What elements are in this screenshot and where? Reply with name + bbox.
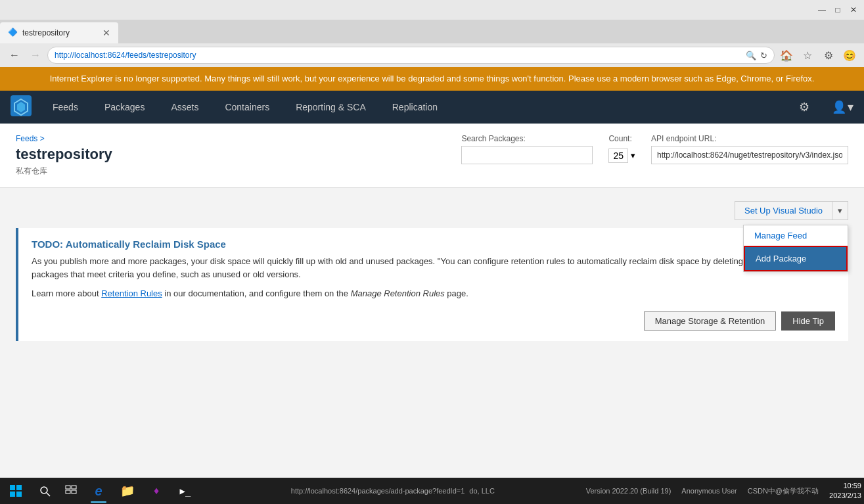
settings-icon[interactable]: ⚙ bbox=[819, 46, 838, 64]
manage-feed-item[interactable]: Manage Feed bbox=[744, 225, 848, 246]
svg-rect-5 bbox=[10, 492, 15, 497]
tip-italic-text: Manage Retention Rules bbox=[351, 288, 445, 298]
taskbar-terminal-app[interactable]: ▶_ bbox=[171, 478, 200, 504]
nav-reporting[interactable]: Reporting & SCA bbox=[290, 99, 371, 115]
user-icon[interactable]: 😊 bbox=[840, 46, 859, 64]
start-button[interactable] bbox=[0, 478, 32, 504]
taskbar-ie-app[interactable]: e bbox=[84, 478, 113, 504]
tip-body-paragraph1: As you publish more and more packages, y… bbox=[32, 255, 835, 283]
time-text: 10:59 bbox=[829, 481, 861, 491]
page-subtitle: 私有仓库 bbox=[16, 166, 445, 177]
ie-warning-banner: Internet Explorer is no longer supported… bbox=[0, 67, 864, 91]
home-icon[interactable]: 🏠 bbox=[777, 46, 796, 64]
date-text: 2023/2/13 bbox=[829, 491, 861, 501]
tip-body-prefix: Learn more about bbox=[32, 288, 101, 298]
content-area: Set Up Visual Studio ▾ Manage Feed Add P… bbox=[0, 188, 864, 354]
title-bar: — □ ✕ bbox=[0, 0, 864, 20]
api-input[interactable] bbox=[651, 146, 848, 164]
user-nav-button[interactable]: 👤 ▾ bbox=[832, 100, 853, 114]
tab-empty-area bbox=[118, 22, 864, 43]
tip-body: As you publish more and more packages, y… bbox=[32, 255, 835, 301]
browser-toolbar-icons: 🏠 ☆ ⚙ 😊 bbox=[777, 46, 859, 64]
add-package-button[interactable]: Add Package bbox=[744, 246, 848, 271]
search-input[interactable] bbox=[461, 146, 593, 164]
app-nav: Feeds Packages Assets Containers Reporti… bbox=[0, 91, 864, 124]
favorites-icon[interactable]: ☆ bbox=[798, 46, 817, 64]
retention-rules-link[interactable]: Retention Rules bbox=[101, 288, 162, 298]
api-label: API endpoint URL: bbox=[651, 134, 848, 143]
nav-feeds[interactable]: Feeds bbox=[47, 99, 83, 115]
tab-label: testrepository bbox=[22, 28, 99, 37]
svg-point-7 bbox=[41, 487, 47, 493]
tip-title[interactable]: TODO: Automatically Reclaim Disk Space bbox=[32, 239, 835, 250]
taskbar: e 📁 ♦ ▶_ http://localhost:8624/packages/… bbox=[0, 478, 864, 504]
address-field[interactable]: http://localhost:8624/feeds/testreposito… bbox=[47, 47, 775, 64]
tab-favicon: 🔷 bbox=[8, 28, 18, 38]
taskbar-right: Version 2022.20 (Build 19) Anonymous Use… bbox=[586, 478, 864, 504]
breadcrumb[interactable]: Feeds > bbox=[16, 134, 445, 143]
svg-rect-4 bbox=[16, 485, 22, 490]
nav-replication[interactable]: Replication bbox=[387, 99, 443, 115]
svg-rect-6 bbox=[16, 492, 22, 497]
search-refresh-icon[interactable]: 🔍 bbox=[746, 51, 756, 60]
dropdown-menu: Manage Feed Add Package bbox=[743, 225, 848, 272]
close-button[interactable]: ✕ bbox=[848, 5, 859, 15]
user-avatar-icon: 👤 bbox=[832, 100, 846, 114]
search-section: Search Packages: bbox=[461, 134, 593, 164]
tip-body-end: page. bbox=[445, 288, 468, 298]
hide-tip-button[interactable]: Hide Tip bbox=[781, 311, 835, 331]
notification-text: CSDN中@偷学我不动 bbox=[748, 486, 819, 496]
refresh-icon[interactable]: ↻ bbox=[760, 51, 767, 60]
taskbar-vs-app[interactable]: ♦ bbox=[142, 478, 171, 504]
svg-rect-11 bbox=[66, 490, 70, 493]
settings-nav-icon[interactable]: ⚙ bbox=[792, 95, 816, 119]
taskbar-file-explorer[interactable]: 📁 bbox=[113, 478, 142, 504]
tip-actions: Manage Storage & Retention Hide Tip bbox=[32, 311, 835, 331]
back-button[interactable]: ← bbox=[5, 46, 24, 64]
api-section: API endpoint URL: bbox=[651, 134, 848, 164]
count-select-row: 25 ▾ bbox=[608, 149, 635, 163]
chevron-down-icon: ▾ bbox=[838, 206, 842, 216]
app-logo bbox=[11, 95, 32, 118]
page-title: testrepository bbox=[16, 146, 445, 163]
count-section: Count: 25 ▾ bbox=[608, 134, 635, 163]
svg-rect-10 bbox=[72, 486, 76, 489]
nav-containers[interactable]: Containers bbox=[219, 99, 275, 115]
active-tab[interactable]: 🔷 testrepository ✕ bbox=[0, 22, 118, 43]
header-left: Feeds > testrepository 私有仓库 bbox=[16, 134, 445, 177]
task-view-button[interactable] bbox=[58, 478, 84, 504]
taskbar-time: 10:59 2023/2/13 bbox=[829, 481, 861, 501]
user-chevron-icon: ▾ bbox=[848, 100, 853, 114]
setup-vs-label: Set Up Visual Studio bbox=[744, 206, 823, 216]
svg-line-8 bbox=[47, 493, 50, 496]
svg-rect-12 bbox=[72, 490, 76, 493]
setup-vs-chevron-button[interactable]: ▾ bbox=[832, 201, 848, 220]
address-bar-row: ← → http://localhost:8624/feeds/testrepo… bbox=[0, 43, 864, 67]
tip-card: TODO: Automatically Reclaim Disk Space A… bbox=[16, 228, 848, 341]
search-taskbar-button[interactable] bbox=[32, 478, 58, 504]
tab-close-button[interactable]: ✕ bbox=[102, 28, 110, 38]
count-label: Count: bbox=[608, 134, 635, 143]
version-text: Version 2022.20 (Build 19) bbox=[586, 487, 671, 495]
search-label: Search Packages: bbox=[461, 134, 593, 143]
setup-vs-button[interactable]: Set Up Visual Studio bbox=[735, 201, 832, 220]
forward-button[interactable]: → bbox=[26, 46, 45, 64]
tip-body-suffix: in our documentation, and configure them… bbox=[162, 288, 351, 298]
statusbar-company: do, LLC bbox=[469, 487, 495, 495]
minimize-button[interactable]: — bbox=[817, 5, 827, 15]
nav-assets[interactable]: Assets bbox=[166, 99, 204, 115]
maximize-button[interactable]: □ bbox=[832, 5, 843, 15]
tip-body-paragraph2: Learn more about Retention Rules in our … bbox=[32, 287, 835, 301]
manage-storage-button[interactable]: Manage Storage & Retention bbox=[644, 311, 777, 331]
nav-packages[interactable]: Packages bbox=[99, 99, 150, 115]
count-chevron-icon[interactable]: ▾ bbox=[631, 150, 635, 160]
statusbar-url: http://localhost:8624/packages/add-packa… bbox=[281, 487, 505, 495]
statusbar-url-text: http://localhost:8624/packages/add-packa… bbox=[291, 487, 465, 495]
count-value: 25 bbox=[608, 149, 628, 163]
tab-bar: 🔷 testrepository ✕ bbox=[0, 20, 864, 43]
ie-warning-text: Internet Explorer is no longer supported… bbox=[50, 74, 815, 83]
svg-rect-9 bbox=[66, 486, 70, 489]
taskbar-left: e 📁 ♦ ▶_ bbox=[0, 478, 200, 504]
address-text: http://localhost:8624/feeds/testreposito… bbox=[55, 51, 742, 60]
user-text: Anonymous User bbox=[681, 487, 737, 495]
